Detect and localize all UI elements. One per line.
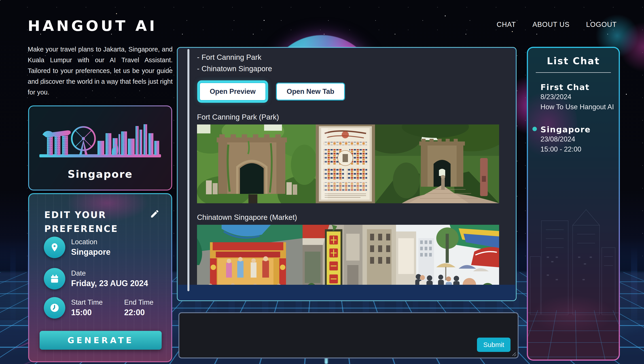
active-chat-dot [532, 127, 537, 131]
date-label: Date [71, 269, 148, 277]
fort-canning-photo-collage [197, 124, 499, 203]
location-row: Location Singapore [44, 237, 110, 258]
end-time-label: End Time [124, 298, 154, 306]
chat-scrollbar[interactable] [188, 49, 190, 291]
top-navigation: CHAT ABOUT US LOGOUT [497, 21, 617, 29]
message-composer: Submit [178, 312, 518, 358]
start-time-value: 15:00 [71, 308, 103, 317]
list-chat-panel: List Chat First Chat 8/23/2024 How To Us… [527, 47, 620, 361]
chat-history-subtitle: 15:00 - 22:00 [540, 144, 619, 154]
straits-shipping-signals-poster-photo [316, 124, 375, 203]
clock-icon [44, 297, 65, 318]
generate-button[interactable]: GENERATE [40, 331, 162, 350]
start-time-label: Start Time [71, 298, 103, 306]
date-value: Friday, 23 AUG 2024 [71, 279, 148, 288]
open-preview-button[interactable]: Open Preview [199, 82, 266, 101]
chat-message-line: - Fort Canning Park [197, 52, 501, 63]
chat-history-subtitle: How To Use Hangout AI [540, 102, 619, 112]
chat-history-item-singapore[interactable]: Singapore 23/08/2024 15:00 - 22:00 [540, 125, 619, 154]
chat-history-item-first-chat[interactable]: First Chat 8/23/2024 How To Use Hangout … [540, 83, 619, 112]
chat-response-card: - Fort Canning Park - Chinatown Singapor… [177, 47, 516, 301]
chat-history-date: 23/08/2024 [540, 134, 619, 144]
nav-logout[interactable]: LOGOUT [586, 21, 617, 29]
chat-history-date: 8/23/2024 [540, 92, 619, 102]
section-heading-fort-canning: Fort Canning Park (Park) [197, 113, 501, 121]
destination-card: Singapore [28, 105, 172, 191]
chat-input[interactable] [182, 315, 473, 355]
calendar-icon [44, 268, 65, 289]
location-pin-icon [44, 237, 65, 258]
location-value: Singapore [71, 247, 110, 257]
date-row: Date Friday, 23 AUG 2024 [44, 268, 148, 289]
app-logo: HANGOUT AI [28, 18, 157, 35]
time-row: Start Time 15:00 End Time 22:00 [44, 297, 154, 318]
submit-button[interactable]: Submit [477, 337, 510, 352]
fort-canning-gate-path-photo [375, 124, 499, 203]
chinatown-photo-collage [197, 225, 499, 285]
resize-handle-icon[interactable] [512, 351, 516, 356]
open-new-tab-button[interactable]: Open New Tab [276, 83, 345, 101]
chat-messages-panel: - Fort Canning Park - Chinatown Singapor… [178, 48, 515, 285]
chinatown-street-crowd-photo [362, 225, 499, 285]
fort-canning-gate-photo [197, 124, 316, 203]
nav-about-us[interactable]: ABOUT US [532, 21, 570, 29]
location-label: Location [71, 238, 110, 246]
panel-floor-grid [528, 310, 619, 359]
end-time-value: 22:00 [124, 308, 154, 317]
chinatown-shop-sign-photo [302, 225, 362, 285]
divider [536, 72, 611, 73]
chinatown-opera-mural-photo [197, 225, 302, 285]
chat-card-footer [178, 284, 515, 300]
intro-text: Make your travel plans to Jakarta, Singa… [28, 44, 173, 98]
section-heading-chinatown: Chinatown Singapore (Market) [197, 213, 501, 222]
singapore-skyline-graphic [38, 112, 163, 159]
destination-label: Singapore [29, 168, 171, 180]
nav-chat[interactable]: CHAT [497, 21, 516, 29]
pencil-icon[interactable] [150, 209, 160, 219]
list-chat-title: List Chat [528, 56, 619, 67]
chat-message-line: - Chinatown Singapore [197, 63, 501, 74]
starfield-bright-stars [0, 0, 0, 1]
preference-title: EDIT YOUR PREFERENCE [44, 208, 118, 236]
preference-panel: EDIT YOUR PREFERENCE Location Singapore [28, 193, 172, 362]
